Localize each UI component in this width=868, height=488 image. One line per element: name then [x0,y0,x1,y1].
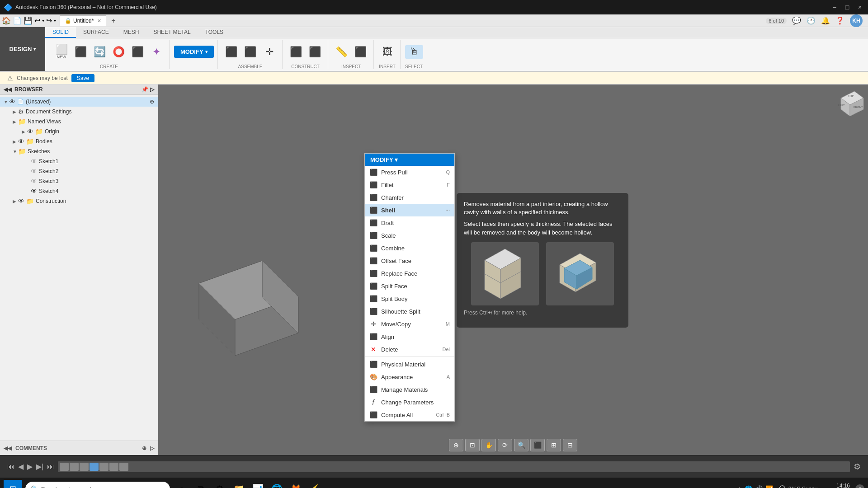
browser-pin-icon[interactable]: 📌 [142,86,148,93]
timeline-marker-4[interactable] [90,463,99,471]
menu-item-change-parameters[interactable]: ƒ Change Parameters [365,396,454,408]
timeline-prev-btn[interactable]: ◀ [18,462,24,471]
tab-close-icon[interactable]: ✕ [97,18,101,24]
minimize-button[interactable]: − [830,3,839,12]
taskbar-files-icon[interactable]: 📁 [231,481,247,488]
tree-item-sketches[interactable]: ▼ 📁 Sketches [0,146,158,156]
tab-tools[interactable]: TOOLS [198,27,231,38]
menu-item-shell[interactable]: ⬛ Shell ⋯ [365,204,454,216]
select-btn[interactable]: 🖱 [405,45,423,59]
taskbar-multitask-icon[interactable]: ⧉ [193,481,209,488]
tree-item-origin[interactable]: ▶ 👁 📁 Origin [0,127,158,136]
menu-item-combine[interactable]: ⬛ Combine [365,242,454,254]
timeline-end-btn[interactable]: ⏭ [47,463,54,471]
viewport-pan-icon[interactable]: ✋ [481,439,496,451]
menu-item-chamfer[interactable]: ⬛ Chamfer [365,191,454,204]
viewport[interactable]: TOP LEFT FRONT MODIFY ▾ ⬛ Press Pull Q ⬛… [158,84,868,455]
tab-solid[interactable]: SOLID [45,27,76,38]
notification-bell-icon[interactable]: 🔔 [821,16,830,25]
create-revolve-btn[interactable]: 🔄 [90,45,108,59]
construct-axis-btn[interactable]: ⬛ [306,45,324,59]
tab-mesh[interactable]: MESH [116,27,146,38]
viewport-orbit-icon[interactable]: ⊕ [449,439,463,451]
assemble-joint-btn[interactable]: ⬛ [241,45,259,59]
taskbar-ram-icon[interactable]: 📊 [250,481,266,488]
clock-icon[interactable]: 🕐 [807,16,816,25]
menu-item-appearance[interactable]: 🎨 Appearance A [365,371,454,383]
viewport-settings-icon[interactable]: ⊟ [563,439,577,451]
tray-volume-icon[interactable]: 🔊 [755,485,763,488]
window-controls[interactable]: − □ × [830,3,864,12]
browser-collapse-icon[interactable]: ◀◀ [4,86,12,93]
menu-item-physical-material[interactable]: ⬛ Physical Material [365,358,454,371]
create-pattern-btn[interactable]: ✦ [147,45,165,59]
notification-count-badge[interactable]: 3 [855,484,864,488]
close-button[interactable]: × [855,3,864,12]
construct-plane-btn[interactable]: ⬛ [287,45,305,59]
tree-item-named-views[interactable]: ▶ 📁 Named Views [0,117,158,127]
weather-widget[interactable]: 🌤 21°C Sunny [778,484,817,488]
tree-item-sketch3[interactable]: 👁 Sketch3 [0,176,158,186]
undo-icon[interactable]: ↩ [34,16,40,25]
file-tab-untitled[interactable]: 🔒 Untitled* ✕ [60,15,106,26]
tab-sheet-metal[interactable]: SHEET METAL [146,27,198,38]
timeline-marker-5[interactable] [99,463,108,471]
save-button[interactable]: Save [71,74,94,82]
timeline-marker-3[interactable] [80,463,89,471]
taskbar-chrome-icon[interactable]: 🌐 [269,481,285,488]
menu-item-split-face[interactable]: ⬛ Split Face [365,280,454,292]
browser-expand-icon[interactable]: ▷ [150,86,154,93]
menu-item-scale[interactable]: ⬛ Scale [365,229,454,242]
inspect-measure-btn[interactable]: 📏 [333,45,351,59]
taskbar-search[interactable]: 🔍 Type here to search [25,482,170,488]
menu-item-fillet[interactable]: ⬛ Fillet F [365,178,454,191]
visibility-icon-hidden[interactable]: 👁 [31,158,37,165]
user-avatar[interactable]: KH [850,14,863,27]
comments-expand-icon[interactable]: ◀◀ [4,445,12,451]
taskbar-app1-icon[interactable]: 🦊 [288,481,304,488]
menu-item-draft[interactable]: ⬛ Draft [365,216,454,229]
tree-item-construction[interactable]: ▶ 👁 📁 Construction [0,196,158,206]
menu-item-compute-all[interactable]: ⬛ Compute All Ctrl+B [365,408,454,421]
visibility-icon[interactable]: 👁 [18,138,24,145]
timeline-play-btn[interactable]: ▶ [27,462,33,471]
maximize-button[interactable]: □ [843,3,852,12]
timeline-marker-1[interactable] [60,463,69,471]
tree-item-bodies[interactable]: ▶ 👁 📁 Bodies [0,136,158,146]
assemble-btn[interactable]: ⬛ [222,45,241,59]
viewport-grid-icon[interactable]: ⊞ [547,439,561,451]
menu-item-manage-materials[interactable]: ⬛ Manage Materials [365,383,454,396]
tree-item-sketch1[interactable]: 👁 Sketch1 [0,156,158,166]
tree-item-unsaved[interactable]: ▼ 👁 📄 (Unsaved) ⊕ [0,97,158,107]
menu-item-align[interactable]: ⬛ Align [365,330,454,343]
tray-arrow-icon[interactable]: ∧ [737,485,742,488]
timeline-marker-7[interactable] [119,463,128,471]
viewport-rotate-icon[interactable]: ⟳ [498,439,512,451]
create-extrude-btn[interactable]: ⬛ [71,45,90,59]
chat-icon[interactable]: 💬 [792,16,801,25]
tree-item-sketch2[interactable]: 👁 Sketch2 [0,166,158,176]
undo-arrow-icon[interactable]: ▾ [42,18,44,23]
timeline-marker-2[interactable] [70,463,79,471]
redo-arrow-icon[interactable]: ▾ [54,18,56,23]
comments-arrow-icon[interactable]: ▷ [150,445,154,451]
tree-item-doc-settings[interactable]: ▶ ⚙ Document Settings [0,107,158,117]
design-button[interactable]: DESIGN ▾ [0,27,45,71]
menu-item-replace-face[interactable]: ⬛ Replace Face [365,267,454,280]
menu-item-delete[interactable]: ✕ Delete Del [365,343,454,356]
tree-item-sketch4[interactable]: 👁 Sketch4 [0,186,158,196]
viewport-zoom-icon[interactable]: 🔍 [514,439,528,451]
timeline-marker-6[interactable] [109,463,118,471]
visibility-icon[interactable]: 👁 [27,128,33,135]
quick-access-icon[interactable]: 🏠 [2,16,11,25]
create-box-btn[interactable]: ⬛ [128,45,146,59]
modify-main-button[interactable]: MODIFY ▾ [174,46,214,58]
new-file-icon[interactable]: 📄 [13,16,22,25]
help-icon[interactable]: ❓ [835,16,844,25]
comments-add-icon[interactable]: ⊕ [142,445,146,451]
taskbar-settings-icon[interactable]: ⚙ [212,481,228,488]
visibility-icon[interactable]: 👁 [18,197,24,205]
create-sphere-btn[interactable]: ⭕ [109,45,127,59]
menu-item-offset-face[interactable]: ⬛ Offset Face [365,254,454,267]
taskbar-cortana-icon[interactable]: ○ [174,481,190,488]
